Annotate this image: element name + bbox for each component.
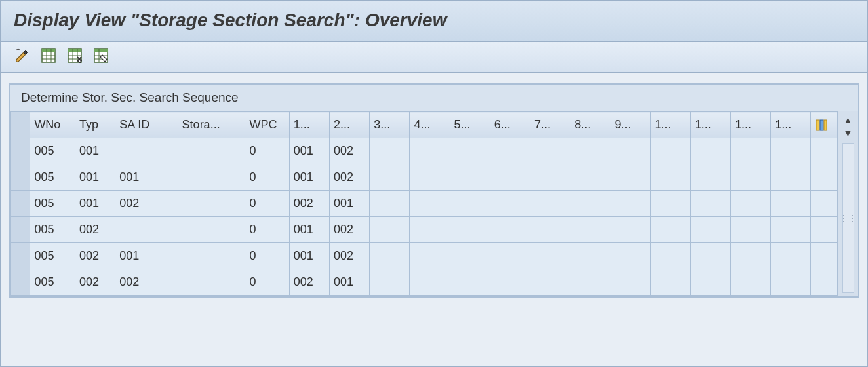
- row-selector[interactable]: [11, 164, 30, 191]
- col-header-1[interactable]: 1...: [289, 112, 329, 138]
- cell[interactable]: [410, 217, 450, 243]
- cell[interactable]: 0: [245, 138, 289, 164]
- cell[interactable]: [178, 217, 245, 243]
- cell[interactable]: [610, 243, 650, 269]
- cell[interactable]: 002: [289, 191, 329, 217]
- cell[interactable]: [450, 191, 490, 217]
- col-header-5[interactable]: 5...: [450, 112, 490, 138]
- cell[interactable]: 005: [30, 191, 75, 217]
- table-row[interactable]: 0050020010001002: [11, 243, 838, 269]
- col-header-stora[interactable]: Stora...: [178, 112, 245, 138]
- column-config-icon[interactable]: [811, 112, 838, 138]
- cell[interactable]: [731, 164, 771, 191]
- cell[interactable]: 002: [329, 243, 369, 269]
- cell[interactable]: [610, 191, 650, 217]
- cell[interactable]: [115, 217, 178, 243]
- cell[interactable]: [570, 217, 610, 243]
- cell[interactable]: 001: [289, 243, 329, 269]
- cell[interactable]: 001: [115, 164, 178, 191]
- cell[interactable]: [450, 138, 490, 164]
- row-selector[interactable]: [11, 138, 30, 164]
- cell[interactable]: 002: [329, 164, 369, 191]
- edit-pencil-icon[interactable]: [14, 47, 31, 64]
- col-header-wpc[interactable]: WPC: [245, 112, 289, 138]
- row-selector-header[interactable]: [11, 112, 30, 138]
- cell[interactable]: [490, 217, 530, 243]
- scroll-down-icon[interactable]: ▼: [842, 127, 854, 139]
- cell[interactable]: [690, 138, 730, 164]
- cell[interactable]: [731, 191, 771, 217]
- cell[interactable]: [771, 217, 811, 243]
- cell[interactable]: [650, 217, 690, 243]
- table-row[interactable]: 0050010001002: [11, 138, 838, 164]
- cell[interactable]: 001: [75, 164, 115, 191]
- cell[interactable]: [570, 191, 610, 217]
- cell[interactable]: [370, 269, 410, 296]
- cell[interactable]: [530, 217, 570, 243]
- scroll-track[interactable]: ⋮⋮: [842, 143, 854, 293]
- col-header-12[interactable]: 1...: [731, 112, 771, 138]
- cell[interactable]: 002: [75, 217, 115, 243]
- cell[interactable]: [410, 243, 450, 269]
- cell[interactable]: [490, 269, 530, 296]
- cell[interactable]: [490, 164, 530, 191]
- col-header-10[interactable]: 1...: [650, 112, 690, 138]
- cell[interactable]: 001: [289, 217, 329, 243]
- cell[interactable]: [410, 164, 450, 191]
- row-selector[interactable]: [11, 269, 30, 296]
- col-header-11[interactable]: 1...: [690, 112, 730, 138]
- cell[interactable]: [650, 164, 690, 191]
- cell[interactable]: 002: [115, 191, 178, 217]
- cell[interactable]: 0: [245, 269, 289, 296]
- table-row[interactable]: 0050010020002001: [11, 191, 838, 217]
- cell[interactable]: [650, 269, 690, 296]
- cell[interactable]: [530, 191, 570, 217]
- cell[interactable]: 002: [75, 269, 115, 296]
- cell[interactable]: [178, 164, 245, 191]
- col-header-2[interactable]: 2...: [329, 112, 369, 138]
- cell[interactable]: 001: [289, 164, 329, 191]
- row-selector[interactable]: [11, 191, 30, 217]
- cell[interactable]: [178, 243, 245, 269]
- cell[interactable]: [370, 138, 410, 164]
- cell[interactable]: 005: [30, 269, 75, 296]
- scroll-up-icon[interactable]: ▲: [842, 114, 854, 126]
- table-select-all-icon[interactable]: [40, 47, 57, 64]
- cell[interactable]: [570, 269, 610, 296]
- table-row[interactable]: 0050020020002001: [11, 269, 838, 296]
- row-selector[interactable]: [11, 243, 30, 269]
- cell[interactable]: [771, 164, 811, 191]
- cell[interactable]: 005: [30, 243, 75, 269]
- cell[interactable]: [450, 243, 490, 269]
- col-header-13[interactable]: 1...: [771, 112, 811, 138]
- cell[interactable]: [771, 191, 811, 217]
- cell[interactable]: [610, 269, 650, 296]
- cell[interactable]: [530, 164, 570, 191]
- cell[interactable]: [490, 243, 530, 269]
- cell[interactable]: 0: [245, 164, 289, 191]
- cell[interactable]: 0: [245, 191, 289, 217]
- cell[interactable]: [771, 269, 811, 296]
- cell[interactable]: [650, 243, 690, 269]
- table-config-icon[interactable]: [92, 47, 109, 64]
- cell[interactable]: [610, 138, 650, 164]
- cell[interactable]: [370, 164, 410, 191]
- cell[interactable]: [490, 138, 530, 164]
- cell[interactable]: [731, 138, 771, 164]
- cell[interactable]: 001: [75, 138, 115, 164]
- cell[interactable]: 001: [329, 269, 369, 296]
- cell[interactable]: [690, 243, 730, 269]
- cell[interactable]: 002: [115, 269, 178, 296]
- cell[interactable]: 0: [245, 243, 289, 269]
- cell[interactable]: [450, 269, 490, 296]
- cell[interactable]: [731, 217, 771, 243]
- col-header-7[interactable]: 7...: [530, 112, 570, 138]
- cell[interactable]: [370, 243, 410, 269]
- col-header-8[interactable]: 8...: [570, 112, 610, 138]
- cell[interactable]: 002: [289, 269, 329, 296]
- cell[interactable]: [450, 164, 490, 191]
- cell[interactable]: [690, 269, 730, 296]
- cell[interactable]: [115, 138, 178, 164]
- cell[interactable]: [690, 164, 730, 191]
- cell[interactable]: [570, 164, 610, 191]
